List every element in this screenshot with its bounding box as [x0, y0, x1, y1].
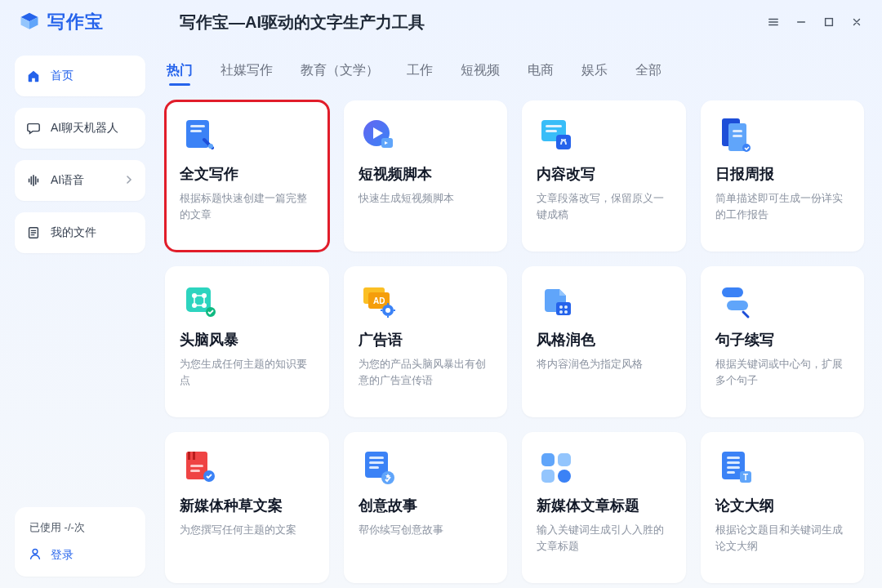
minimize-button[interactable]	[787, 8, 815, 36]
svg-point-33	[564, 310, 568, 314]
sidebar-item-label: 我的文件	[51, 225, 96, 240]
rewrite-icon	[537, 115, 576, 154]
svg-rect-34	[722, 287, 743, 297]
tab-shortvideo[interactable]: 短视频	[461, 62, 500, 86]
app-name: 写作宝	[47, 10, 104, 34]
svg-point-2	[33, 549, 38, 554]
tab-education[interactable]: 教育（文学）	[301, 62, 379, 86]
svg-text:AD: AD	[373, 296, 385, 305]
card-desc: 输入关键词生成引人入胜的文章标题	[537, 522, 671, 555]
tab-entertainment[interactable]: 娱乐	[581, 62, 608, 86]
card-story[interactable]: 创意故事 帮你续写创意故事	[344, 432, 508, 583]
svg-rect-18	[186, 287, 211, 312]
card-title: 头脑风暴	[180, 330, 314, 350]
svg-rect-48	[558, 453, 571, 466]
svg-point-28	[385, 308, 390, 313]
chat-icon	[26, 121, 41, 136]
card-desc: 为您撰写任何主题的文案	[180, 522, 314, 538]
card-short-video[interactable]: 短视频脚本 快速生成短视频脚本	[344, 100, 508, 252]
seed-copy-icon	[180, 447, 219, 486]
svg-rect-35	[727, 301, 748, 310]
story-icon	[359, 447, 398, 486]
svg-rect-44	[369, 461, 384, 464]
svg-text:T: T	[743, 473, 748, 482]
sidebar-footer: 已使用 -/-次 登录	[15, 507, 145, 577]
sidebar-item-files[interactable]: 我的文件	[15, 212, 145, 253]
sidebar-item-voice[interactable]: AI语音	[15, 160, 145, 201]
card-style[interactable]: 风格润色 将内容润色为指定风格	[522, 266, 686, 417]
card-rewrite[interactable]: 内容改写 文章段落改写，保留原义一键成稿	[522, 100, 686, 252]
svg-rect-54	[727, 466, 740, 469]
card-thesis-outline[interactable]: T 论文大纲 根据论文题目和关键词生成论文大纲	[701, 432, 865, 583]
card-title: 短视频脚本	[359, 164, 493, 184]
ad-icon: AD	[359, 281, 398, 320]
main-content: 热门 社媒写作 教育（文学） 工作 短视频 电商 娱乐 全部 全文写作 根据标题…	[157, 44, 882, 588]
tool-grid: 全文写作 根据标题快速创建一篇完整的文章 短视频脚本 快速生成短视频脚本 内容改…	[162, 94, 867, 588]
svg-rect-16	[733, 135, 742, 137]
svg-rect-10	[546, 125, 562, 127]
card-continue[interactable]: 句子续写 根据关键词或中心句，扩展多个句子	[701, 266, 865, 417]
category-tabs: 热门 社媒写作 教育（文学） 工作 短视频 电商 娱乐 全部	[162, 44, 867, 94]
voice-icon	[26, 173, 41, 188]
card-brainstorm[interactable]: 头脑风暴 为您生成任何主题的知识要点	[165, 266, 329, 417]
card-desc: 根据关键词或中心句，扩展多个句子	[715, 356, 850, 389]
svg-point-30	[559, 305, 563, 309]
card-title: 日报周报	[715, 164, 850, 184]
card-full-writing[interactable]: 全文写作 根据标题快速创建一篇完整的文章	[165, 100, 329, 252]
tab-work[interactable]: 工作	[407, 62, 433, 86]
card-desc: 帮你续写创意故事	[359, 522, 493, 538]
svg-rect-47	[541, 453, 555, 466]
svg-rect-45	[369, 466, 379, 469]
report-icon	[715, 115, 755, 154]
svg-rect-3	[186, 120, 209, 148]
file-icon	[26, 225, 41, 240]
brainstorm-icon	[180, 281, 219, 320]
svg-point-6	[208, 144, 213, 149]
tab-social[interactable]: 社媒写作	[220, 62, 273, 86]
svg-point-32	[559, 310, 563, 314]
maximize-button[interactable]	[815, 8, 843, 36]
usage-text: 已使用 -/-次	[26, 520, 134, 535]
sidebar-item-chatbot[interactable]: AI聊天机器人	[15, 108, 145, 149]
login-button[interactable]: 登录	[26, 546, 134, 564]
menu-button[interactable]	[760, 8, 787, 36]
video-script-icon	[359, 115, 398, 154]
tab-hot[interactable]: 热门	[167, 62, 193, 86]
svg-rect-15	[733, 130, 742, 132]
tab-ecommerce[interactable]: 电商	[528, 62, 554, 86]
card-title: 句子续写	[715, 330, 850, 350]
sidebar-nav: 首页 AI聊天机器人 AI语音 我的文件	[15, 56, 145, 253]
sidebar-item-home[interactable]: 首页	[15, 56, 145, 96]
tab-all[interactable]: 全部	[635, 62, 662, 86]
card-title: 全文写作	[180, 164, 314, 184]
login-label: 登录	[51, 548, 74, 563]
card-title: 风格润色	[537, 330, 671, 350]
svg-rect-39	[190, 465, 203, 467]
card-ad[interactable]: AD 广告语 为您的产品头脑风暴出有创意的广告宣传语	[344, 266, 508, 417]
card-newmedia-title[interactable]: 新媒体文章标题 输入关键词生成引人入胜的文章标题	[522, 432, 686, 583]
svg-point-17	[742, 144, 751, 152]
app-logo: 写作宝	[18, 10, 157, 34]
card-newmedia-copy[interactable]: 新媒体种草文案 为您撰写任何主题的文案	[165, 432, 329, 583]
svg-rect-37	[188, 452, 190, 460]
svg-rect-43	[369, 457, 384, 459]
continue-icon	[715, 281, 755, 320]
card-title: 创意故事	[359, 496, 493, 515]
home-icon	[26, 69, 41, 83]
chevron-right-icon	[124, 174, 134, 187]
svg-rect-0	[826, 19, 833, 26]
card-desc: 快速生成短视频脚本	[359, 190, 493, 207]
card-desc: 简单描述即可生成一份详实的工作报告	[715, 190, 850, 223]
sidebar: 首页 AI聊天机器人 AI语音 我的文件 已使用 -/-次 登录	[0, 44, 157, 588]
outline-icon: T	[715, 447, 755, 486]
card-desc: 将内容润色为指定风格	[537, 356, 671, 372]
card-title: 新媒体文章标题	[537, 496, 671, 515]
close-button[interactable]	[843, 8, 871, 36]
card-report[interactable]: 日报周报 简单描述即可生成一份详实的工作报告	[701, 100, 865, 252]
card-title: 新媒体种草文案	[180, 496, 314, 515]
svg-rect-11	[546, 130, 557, 132]
sidebar-item-label: AI语音	[51, 173, 84, 188]
svg-rect-49	[541, 470, 555, 483]
svg-rect-4	[190, 125, 205, 127]
sidebar-item-label: AI聊天机器人	[51, 121, 118, 136]
